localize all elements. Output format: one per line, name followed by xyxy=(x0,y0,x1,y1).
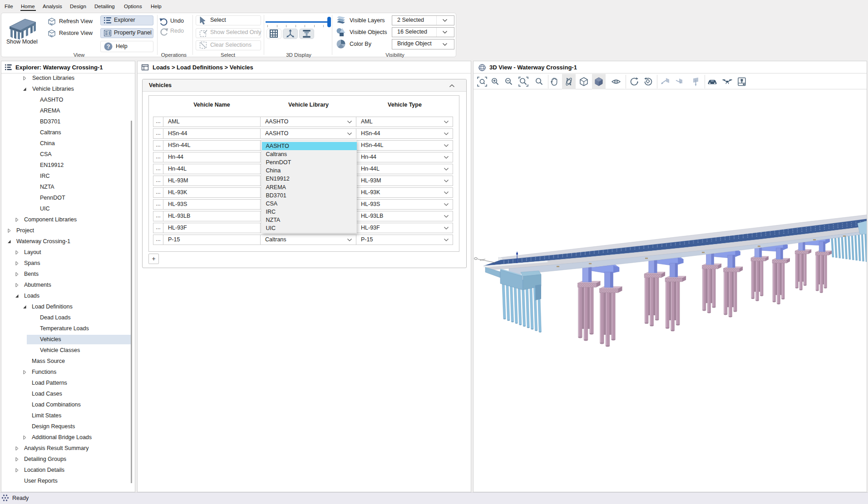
svg-text:?: ? xyxy=(107,44,110,50)
